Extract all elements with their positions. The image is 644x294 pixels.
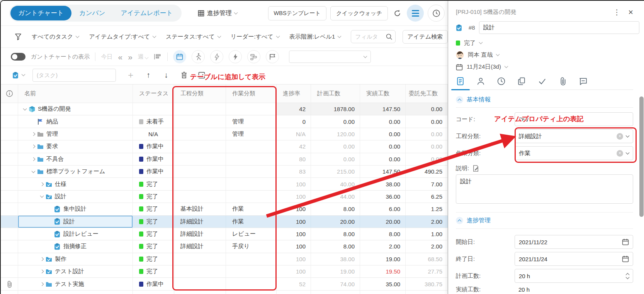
item-search-button[interactable]: アイテム検索: [403, 30, 448, 44]
more-options-icon[interactable]: ⋮: [611, 8, 623, 17]
table-row[interactable]: 集中設計完了基本設計作業1008.006.001.25: [1, 203, 448, 215]
collapse-icon[interactable]: [456, 217, 463, 224]
table-row[interactable]: 管理N/A管理N/A120.000.000.00: [1, 128, 448, 140]
panel-scrollbar[interactable]: [639, 96, 644, 217]
status-cell[interactable]: 作業中: [133, 278, 174, 290]
status-cell[interactable]: N/A: [133, 128, 174, 140]
start-date-input[interactable]: 2021/11/22: [515, 235, 633, 249]
expand-caret-icon[interactable]: [40, 182, 44, 186]
sagyo-cell[interactable]: [226, 253, 277, 265]
gantt-visibility-toggle[interactable]: [11, 53, 25, 61]
task-name-cell[interactable]: 納品: [18, 115, 133, 127]
filter-leader[interactable]: リーダー:すべて: [231, 33, 279, 41]
sagyo-cell[interactable]: 管理: [226, 115, 277, 127]
kotei-cell[interactable]: 詳細設計: [174, 216, 226, 228]
sagyo-select[interactable]: 作業 ×: [515, 146, 633, 160]
history-clock-button[interactable]: [428, 5, 445, 22]
task-name-cell[interactable]: 要求: [18, 140, 133, 152]
collapse-caret-icon[interactable]: [40, 194, 44, 198]
task-name-cell[interactable]: 指摘修正: [18, 240, 133, 252]
flag-banner-button[interactable]: [266, 50, 279, 63]
table-row[interactable]: 標準プラットフォーム作業中83215.00147.50490.25: [1, 166, 448, 178]
collapse-caret-icon[interactable]: [23, 106, 27, 110]
table-row[interactable]: 設計レビュー完了詳細設計レビュー1008.008.001.00: [1, 228, 448, 240]
expand-caret-icon[interactable]: [32, 157, 36, 161]
table-row[interactable]: S機器の開発421878.00147.500.00: [1, 103, 448, 115]
table-row[interactable]: 製作完了10038.0019.0068.50: [1, 253, 448, 265]
status-cell[interactable]: 完了: [133, 191, 174, 203]
sagyo-cell[interactable]: [226, 166, 277, 177]
planned-hours-input[interactable]: 20 h: [515, 269, 633, 283]
task-name-cell[interactable]: 標準プラットフォーム: [18, 166, 133, 177]
item-name-input[interactable]: [479, 21, 639, 34]
column-header-planned[interactable]: 計画工数: [311, 84, 360, 103]
kotei-cell[interactable]: [174, 265, 226, 277]
task-name-cell[interactable]: テスト実施: [18, 278, 133, 290]
info-column-header[interactable]: [1, 84, 18, 103]
sagyo-cell[interactable]: レビュー: [226, 228, 277, 240]
expand-caret-icon[interactable]: [40, 257, 44, 261]
walker-button[interactable]: [192, 50, 205, 63]
status-cell[interactable]: 作業中: [133, 166, 174, 177]
filter-display-level[interactable]: 表示階層:レベル1: [289, 33, 341, 41]
task-name-cell[interactable]: 不具合: [18, 153, 133, 165]
kotei-cell[interactable]: 基本設計: [174, 203, 226, 215]
table-row[interactable]: 指摘修正完了詳細設計手戻り1008.002.002.00: [1, 240, 448, 253]
table-row[interactable]: 不具合作業中800.000.000.00: [1, 153, 448, 166]
clear-icon[interactable]: ×: [617, 150, 623, 157]
scroll-left-icon[interactable]: «: [118, 53, 122, 61]
gantt-bars-button[interactable]: [247, 50, 260, 63]
sagyo-cell[interactable]: [226, 153, 277, 165]
table-row[interactable]: 納品未着手管理00.000.000.00: [1, 115, 448, 128]
task-name-cell[interactable]: 設計: [18, 191, 133, 203]
panel-tab-paperclip-icon[interactable]: [558, 77, 568, 86]
kotei-cell[interactable]: [174, 178, 226, 190]
kotei-cell[interactable]: [174, 153, 226, 165]
status-cell[interactable]: 完了: [133, 203, 174, 215]
table-row[interactable]: 仕様完了10040.0038.007.00: [1, 178, 448, 190]
calendar-button[interactable]: [173, 50, 186, 63]
calendar-icon[interactable]: [622, 255, 629, 262]
table-row[interactable]: 設計完了10044.0036.006.25: [1, 191, 448, 203]
bolt-filled-button[interactable]: [229, 50, 242, 63]
new-task-input[interactable]: [32, 69, 116, 82]
add-icon[interactable]: ＋: [123, 69, 138, 81]
collapse-caret-icon[interactable]: [32, 169, 36, 173]
quick-watch-button[interactable]: クイックウォッチ: [330, 6, 388, 20]
status-cell[interactable]: 完了: [133, 178, 174, 190]
sagyo-cell[interactable]: [226, 178, 277, 190]
status-select[interactable]: 完了: [456, 39, 633, 47]
task-name-cell[interactable]: 設計: [18, 216, 133, 228]
clear-icon[interactable]: ×: [617, 133, 623, 140]
today-button[interactable]: 今日: [101, 53, 112, 61]
expand-caret-icon[interactable]: [40, 282, 44, 286]
sagyo-cell[interactable]: 作業: [226, 203, 277, 215]
kotei-cell[interactable]: [174, 128, 226, 140]
status-cell[interactable]: [133, 103, 174, 115]
sagyo-cell[interactable]: 作業: [226, 216, 277, 228]
move-down-icon[interactable]: ↓: [158, 71, 174, 79]
task-name-cell[interactable]: S機器の開発: [18, 103, 133, 115]
trash-icon[interactable]: [176, 71, 192, 79]
tab-item-report[interactable]: アイテムレポート: [113, 6, 180, 20]
task-name-cell[interactable]: 製作: [18, 253, 133, 265]
kotei-cell[interactable]: 詳細設計: [174, 228, 226, 240]
description-textarea[interactable]: 設計: [456, 174, 633, 204]
status-cell[interactable]: 完了: [133, 240, 174, 252]
status-cell[interactable]: 完了: [133, 228, 174, 240]
table-row[interactable]: 要求作業中420.000.000.00: [1, 140, 448, 153]
tab-kanban[interactable]: カンバン: [71, 6, 113, 20]
column-header-sagyo[interactable]: 作業分類: [226, 84, 277, 103]
bolt-outline-button[interactable]: [210, 50, 223, 63]
wbs-template-button[interactable]: WBSテンプレート: [268, 6, 327, 20]
gantt-combobox[interactable]: [289, 51, 371, 63]
kotei-cell[interactable]: [174, 103, 226, 115]
sagyo-cell[interactable]: [226, 103, 277, 115]
calendar-icon[interactable]: [622, 238, 629, 245]
filter-status[interactable]: ステータス:すべて: [166, 33, 221, 41]
panel-tab-copy-icon[interactable]: [517, 77, 527, 86]
task-type-icon[interactable]: [12, 72, 20, 79]
collapse-icon[interactable]: [456, 96, 463, 103]
assignee-select[interactable]: 岡本 直哉: [456, 51, 633, 59]
hamburger-menu-button[interactable]: [407, 5, 424, 22]
